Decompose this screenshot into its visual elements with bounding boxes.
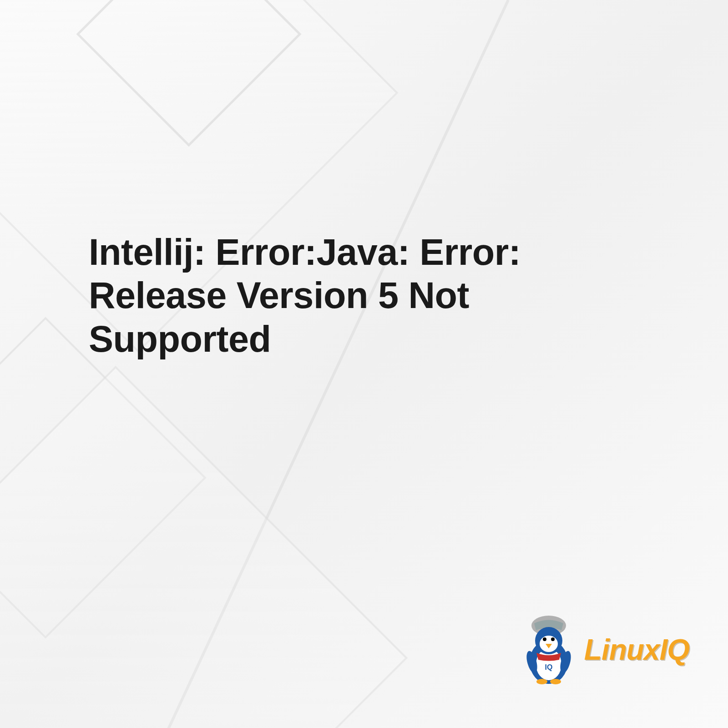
- svg-text:IQ: IQ: [545, 663, 552, 671]
- svg-point-5: [543, 637, 546, 641]
- logo-text: LinuxIQ: [584, 633, 689, 667]
- page-title: Intellij: Error:Java: Error: Release Ver…: [89, 231, 639, 361]
- svg-point-8: [536, 679, 547, 684]
- svg-point-9: [550, 679, 561, 684]
- logo-container: IQ LinuxIQ: [518, 614, 689, 685]
- penguin-icon: IQ: [518, 614, 580, 685]
- svg-point-6: [551, 637, 555, 641]
